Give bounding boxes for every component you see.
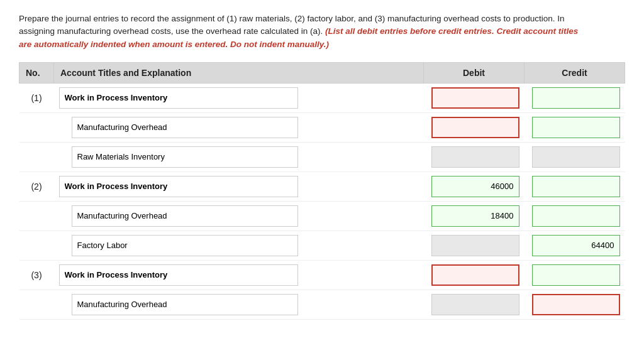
row-number xyxy=(19,201,54,231)
journal-table: No. Account Titles and Explanation Debit… xyxy=(19,62,625,320)
account-input[interactable] xyxy=(59,176,298,197)
row-number-label: (3) xyxy=(31,270,42,280)
credit-cell xyxy=(525,142,625,171)
account-cell xyxy=(54,260,424,290)
col-credit: Credit xyxy=(525,62,625,83)
credit-input[interactable] xyxy=(532,176,620,197)
debit-input[interactable] xyxy=(431,117,519,138)
debit-cell xyxy=(424,260,525,290)
row-number: (1) xyxy=(19,83,54,112)
account-cell xyxy=(54,142,424,171)
debit-input[interactable] xyxy=(431,294,519,315)
debit-input[interactable] xyxy=(431,87,519,109)
credit-cell xyxy=(525,260,625,290)
debit-cell xyxy=(424,142,525,171)
credit-cell xyxy=(525,83,625,112)
col-no: No. xyxy=(19,62,54,83)
debit-input[interactable] xyxy=(431,235,519,256)
credit-input[interactable] xyxy=(532,87,620,109)
debit-cell xyxy=(424,290,525,319)
debit-cell xyxy=(424,112,525,142)
account-cell xyxy=(54,83,424,112)
table-row: (1) xyxy=(19,83,625,112)
account-input[interactable] xyxy=(72,205,298,227)
table-row xyxy=(19,201,625,231)
debit-input[interactable] xyxy=(431,264,519,286)
account-input[interactable] xyxy=(72,117,298,138)
row-number: (2) xyxy=(19,171,54,201)
table-row xyxy=(19,142,625,171)
instructions: Prepare the journal entries to record th… xyxy=(19,13,585,51)
debit-input[interactable] xyxy=(431,146,519,168)
row-number xyxy=(19,142,54,171)
credit-cell xyxy=(525,290,625,319)
row-number xyxy=(19,290,54,319)
table-row xyxy=(19,231,625,260)
row-number xyxy=(19,231,54,260)
debit-input[interactable] xyxy=(431,205,519,227)
credit-cell xyxy=(525,171,625,201)
account-cell xyxy=(54,231,424,260)
credit-input[interactable] xyxy=(532,146,620,168)
table-row: (3) xyxy=(19,260,625,290)
credit-input[interactable] xyxy=(532,294,620,315)
account-cell xyxy=(54,112,424,142)
debit-cell xyxy=(424,231,525,260)
table-row xyxy=(19,112,625,142)
credit-cell xyxy=(525,231,625,260)
credit-cell xyxy=(525,112,625,142)
account-input[interactable] xyxy=(72,294,298,315)
table-row: (2) xyxy=(19,171,625,201)
account-input[interactable] xyxy=(72,235,298,256)
debit-cell xyxy=(424,201,525,231)
row-number-label: (2) xyxy=(31,182,42,192)
account-cell xyxy=(54,201,424,231)
account-input[interactable] xyxy=(59,87,298,109)
account-input[interactable] xyxy=(59,264,298,286)
row-number: (3) xyxy=(19,260,54,290)
row-number xyxy=(19,112,54,142)
debit-cell xyxy=(424,83,525,112)
credit-input[interactable] xyxy=(532,264,620,286)
table-row xyxy=(19,290,625,319)
row-number-label: (1) xyxy=(31,93,42,103)
account-cell xyxy=(54,171,424,201)
col-debit: Debit xyxy=(424,62,525,83)
credit-input[interactable] xyxy=(532,117,620,138)
account-input[interactable] xyxy=(72,146,298,168)
credit-input[interactable] xyxy=(532,205,620,227)
credit-cell xyxy=(525,201,625,231)
account-cell xyxy=(54,290,424,319)
col-account: Account Titles and Explanation xyxy=(54,62,424,83)
credit-input[interactable] xyxy=(532,235,620,256)
debit-input[interactable] xyxy=(431,176,519,197)
debit-cell xyxy=(424,171,525,201)
